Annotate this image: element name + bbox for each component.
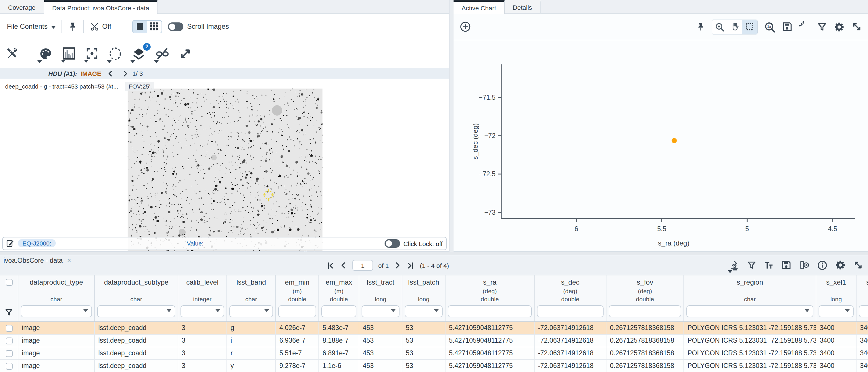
row-checkbox[interactable] <box>5 337 12 344</box>
filter-input-em_max[interactable] <box>321 305 356 317</box>
column-type: double <box>480 296 499 304</box>
header-cell-s_xe[interactable]: s_xelon <box>857 275 868 321</box>
last-page-icon[interactable] <box>407 261 415 269</box>
scroll-images-toggle[interactable] <box>167 22 183 31</box>
tab-active-chart[interactable]: Active Chart <box>454 0 505 14</box>
first-page-icon[interactable] <box>327 261 335 269</box>
filter-table-icon[interactable] <box>747 260 756 270</box>
header-cell-em_min[interactable]: em_min(m)double <box>276 275 319 321</box>
table-cell-lsst_tract: 453 <box>359 335 402 347</box>
grid-view-button[interactable] <box>147 21 161 32</box>
header-cell-calib_level[interactable]: calib_levelinteger <box>178 275 227 321</box>
table-cell-s_dec: -72.063714912618 <box>535 322 607 334</box>
select-region-icon[interactable] <box>108 46 122 61</box>
recenter-icon[interactable] <box>85 46 99 60</box>
filter-select-s_region[interactable] <box>686 305 813 317</box>
single-view-button[interactable] <box>132 21 147 32</box>
panel-splitter[interactable] <box>450 0 454 252</box>
table-row[interactable]: imagelsst.deep_coadd3r5.51e-76.891e-7453… <box>0 347 868 360</box>
expand-chart-icon[interactable] <box>851 21 862 32</box>
tab-details[interactable]: Details <box>505 0 540 13</box>
view-mode-toggle[interactable] <box>132 20 162 33</box>
scatter-chart[interactable]: −71.5−72−72.5−7365.554.5s_ra (deg)s_dec … <box>454 40 868 252</box>
row-checkbox-cell <box>0 322 19 334</box>
header-cell-dataproduct_subtype[interactable]: dataproduct_subtypechar <box>95 275 178 321</box>
restore-chart-icon[interactable] <box>799 21 810 32</box>
row-checkbox[interactable] <box>5 363 12 369</box>
table-tab[interactable]: ivoa.ObsCore - data × <box>3 257 71 264</box>
filter-input-s_dec[interactable] <box>537 305 603 317</box>
text-view-icon[interactable] <box>764 260 774 270</box>
filter-input-s_xe[interactable] <box>859 305 868 317</box>
data-grid: dataproduct_typechardataproduct_subtypec… <box>0 275 868 372</box>
row-checkbox[interactable] <box>5 324 12 332</box>
filter-select-dataproduct_type[interactable] <box>21 305 92 317</box>
select-all-checkbox[interactable] <box>5 279 12 286</box>
tools-icon[interactable] <box>6 46 20 60</box>
header-cell-lsst_band[interactable]: lsst_bandchar <box>227 275 276 321</box>
page-number-input[interactable] <box>352 260 373 271</box>
header-cell-em_max[interactable]: em_max(m)double <box>319 275 359 321</box>
header-cell-lsst_tract[interactable]: lsst_tractlong <box>359 275 402 321</box>
horizontal-splitter[interactable] <box>0 252 868 255</box>
box-select-mode-button[interactable] <box>742 20 757 34</box>
file-contents-dropdown[interactable]: File Contents <box>7 23 56 30</box>
edit-coordinates-icon[interactable] <box>6 239 14 248</box>
tab-data-product[interactable]: Data Product: ivoa.ObsCore - data <box>44 0 158 14</box>
table-cell-s_fov: 0.2671257818368158 <box>607 335 684 347</box>
layers-icon[interactable]: 2 <box>132 46 146 61</box>
tab-details-label: Details <box>513 4 532 11</box>
expand-table-icon[interactable] <box>853 260 863 270</box>
next-page-icon[interactable] <box>394 261 402 269</box>
expand-icon[interactable] <box>179 47 192 60</box>
filter-row-icon[interactable] <box>5 308 13 317</box>
table-row[interactable]: imagelsst.deep_coadd3i6.936e-78.188e-745… <box>0 335 868 347</box>
filter-select-dataproduct_subtype[interactable] <box>97 305 175 317</box>
color-palette-icon[interactable] <box>38 46 53 61</box>
close-table-icon[interactable]: × <box>67 257 71 264</box>
svg-text:1x: 1x <box>767 25 771 28</box>
prev-page-icon[interactable] <box>340 261 347 269</box>
add-chart-icon[interactable] <box>459 21 471 33</box>
row-checkbox[interactable] <box>5 350 12 357</box>
zoom-original-icon[interactable]: 1x <box>764 21 775 32</box>
column-name: s_xel1 <box>826 278 846 287</box>
header-cell-s_ra[interactable]: s_ra(deg)double <box>445 275 535 321</box>
chart-settings-gear-icon[interactable] <box>834 21 845 32</box>
row-checkbox-cell <box>0 347 19 359</box>
click-lock-toggle[interactable] <box>384 239 400 248</box>
header-cell-s_region[interactable]: s_regionchar <box>684 275 816 321</box>
crop-scissors-button[interactable]: Off <box>89 22 111 31</box>
table-settings-gear-icon[interactable] <box>835 259 846 271</box>
fits-image-viewport[interactable]: deep_coadd - g - tract=453 patch=53 (#t.… <box>0 79 449 251</box>
filter-input-s_ra[interactable] <box>448 305 532 317</box>
table-info-icon[interactable] <box>817 259 828 271</box>
pin-icon[interactable] <box>67 22 77 31</box>
header-cell-s_xel1[interactable]: s_xel1long <box>816 275 857 321</box>
table-cell-dataproduct_subtype: lsst.deep_coadd <box>95 335 178 347</box>
unlink-icon[interactable] <box>155 46 169 61</box>
table-row[interactable]: imagelsst.deep_coadd3y9.278e-71.1e-64535… <box>0 360 868 372</box>
filter-input-em_min[interactable] <box>278 305 316 317</box>
column-type: long <box>830 296 842 304</box>
pin-chart-icon[interactable] <box>696 22 705 32</box>
next-hdu-icon[interactable] <box>122 69 129 78</box>
add-column-icon[interactable] <box>799 260 810 270</box>
histogram-stretch-icon[interactable] <box>62 46 76 60</box>
table-row[interactable]: imagelsst.deep_coadd3g4.026e-75.483e-745… <box>0 322 868 335</box>
chart-canvas[interactable]: −71.5−72−72.5−7365.554.5s_ra (deg)s_dec … <box>454 40 868 252</box>
save-chart-icon[interactable] <box>782 21 793 32</box>
zoom-in-mode-button[interactable] <box>712 20 727 34</box>
header-cell-s_fov[interactable]: s_fov(deg)double <box>607 275 684 321</box>
header-cell-s_dec[interactable]: s_dec(deg)double <box>535 275 607 321</box>
filter-input-s_fov[interactable] <box>609 305 681 317</box>
prev-hdu-icon[interactable] <box>107 69 114 78</box>
save-table-icon[interactable] <box>781 260 792 270</box>
analyze-microscope-icon[interactable] <box>729 259 740 271</box>
tab-coverage[interactable]: Coverage <box>0 0 44 13</box>
header-cell-dataproduct_type[interactable]: dataproduct_typechar <box>19 275 95 321</box>
filter-chart-icon[interactable] <box>817 22 827 32</box>
pan-mode-button[interactable] <box>727 20 742 34</box>
star-field-image[interactable] <box>128 89 322 251</box>
header-cell-lsst_patch[interactable]: lsst_patchlong <box>402 275 445 321</box>
